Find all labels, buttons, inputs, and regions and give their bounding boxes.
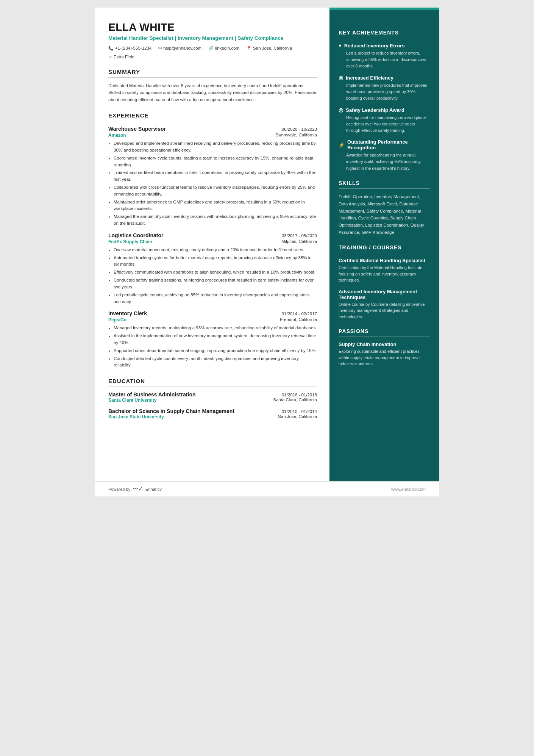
achievements-section: KEY ACHIEVEMENTS ♥ Reduced Inventory Err… bbox=[339, 30, 430, 172]
footer-website: www.enhancv.com bbox=[391, 487, 426, 491]
job-header-2: Logistics Coordinator 03/2017 - 05/2020 bbox=[108, 232, 317, 238]
job-location-2: Milpitas, California bbox=[281, 239, 317, 244]
achievement-icon-4: ⚡ bbox=[339, 142, 345, 148]
edu-header-2: Bachelor of Science in Supply Chain Mana… bbox=[108, 408, 317, 414]
achievement-title-2: Increased Efficiency bbox=[346, 75, 393, 81]
location-value: San Jose, California bbox=[253, 46, 292, 50]
link-icon: 🔗 bbox=[208, 46, 214, 51]
job-location-1: Sunnyvale, California bbox=[276, 133, 317, 138]
job-company-row-3: PepsiCo Fremont, California bbox=[108, 317, 317, 322]
education-divider bbox=[108, 387, 317, 387]
edu-school-1: Santa Clara University bbox=[108, 398, 156, 403]
edu-school-2: San Jose State University bbox=[108, 414, 164, 419]
achievement-heading-1: ♥ Reduced Inventory Errors bbox=[339, 43, 430, 49]
bullet-1-6: Managed the annual physical inventory pr… bbox=[114, 213, 317, 227]
achievement-1: ♥ Reduced Inventory Errors Led a project… bbox=[339, 43, 430, 69]
linkedin-contact: 🔗 linkedin.com bbox=[208, 46, 239, 51]
achievement-text-3: Recognized for maintaining zero workplac… bbox=[339, 114, 430, 134]
header: ELLA WHITE Material Handler Specialist |… bbox=[108, 21, 317, 59]
job-warehouse-supervisor: Warehouse Supervisor 06/2020 - 10/2023 A… bbox=[108, 126, 317, 227]
job-location-3: Fremont, California bbox=[280, 317, 317, 322]
achievement-3: ◎ Safety Leadership Award Recognized for… bbox=[339, 107, 430, 134]
location-icon: 📍 bbox=[246, 46, 251, 51]
job-title-3: Inventory Clerk bbox=[108, 310, 147, 316]
training-text-1: Certification by the Material Handling I… bbox=[339, 265, 430, 283]
footer: Powered by 〜✓ Enhancv www.enhancv.com bbox=[95, 481, 439, 496]
achievement-icon-3: ◎ bbox=[339, 107, 343, 113]
job-bullets-1: Developed and implemented streamlined re… bbox=[108, 140, 317, 227]
location-contact: 📍 San Jose, California bbox=[246, 46, 292, 51]
passions-section: PASSIONS Supply Chain Innovation Explori… bbox=[339, 328, 430, 367]
skills-divider bbox=[339, 188, 430, 189]
training-item-1: Certified Material Handling Specialist C… bbox=[339, 258, 430, 283]
star-icon: ☆ bbox=[108, 55, 112, 59]
email-contact: ✉ help@enhancv.com bbox=[158, 46, 201, 51]
job-header-1: Warehouse Supervisor 06/2020 - 10/2023 bbox=[108, 126, 317, 132]
powered-by-label: Powered by bbox=[108, 487, 130, 491]
job-date-2: 03/2017 - 05/2020 bbox=[282, 233, 317, 238]
resume-page: ELLA WHITE Material Handler Specialist |… bbox=[95, 8, 439, 496]
passions-divider bbox=[339, 337, 430, 337]
passion-title-1: Supply Chain Innovation bbox=[339, 341, 430, 347]
phone-contact: 📞 +1-(234)-555-1234 bbox=[108, 46, 151, 51]
skills-section: SKILLS Forklift Operation, Inventory Man… bbox=[339, 180, 430, 236]
achievement-2: ◎ Increased Efficiency Implemented new p… bbox=[339, 75, 430, 102]
summary-section: SUMMARY Dedicated Material Handler with … bbox=[108, 69, 317, 103]
bullet-2-1: Oversaw material movement, ensuring time… bbox=[114, 247, 317, 254]
achievements-heading: KEY ACHIEVEMENTS bbox=[339, 30, 430, 36]
training-title-2: Advanced Inventory Management Techniques bbox=[339, 289, 430, 300]
training-section: TRAINING / COURSES Certified Material Ha… bbox=[339, 244, 430, 320]
job-bullets-3: Managed inventory records, maintaining a… bbox=[108, 325, 317, 369]
edu-item-1: Master of Business Administration 01/201… bbox=[108, 391, 317, 403]
achievement-icon-2: ◎ bbox=[339, 75, 343, 81]
training-text-2: Online course by Coursera detailing inno… bbox=[339, 301, 430, 320]
education-section: EDUCATION Master of Business Administrat… bbox=[108, 378, 317, 444]
passion-item-1: Supply Chain Innovation Exploring sustai… bbox=[339, 341, 430, 367]
achievements-divider bbox=[339, 38, 430, 38]
job-date-3: 01/2014 - 02/2017 bbox=[282, 311, 317, 316]
experience-section: EXPERIENCE Warehouse Supervisor 06/2020 … bbox=[108, 112, 317, 369]
achievement-title-1: Reduced Inventory Errors bbox=[344, 43, 405, 49]
bullet-1-5: Maintained strict adherence to GMP guide… bbox=[114, 199, 317, 213]
bullet-1-4: Collaborated with cross-functional teams… bbox=[114, 184, 317, 198]
edu-date-2: 01/2010 - 01/2014 bbox=[282, 409, 317, 414]
bullet-1-3: Trained and certified team members in fo… bbox=[114, 169, 317, 183]
passions-heading: PASSIONS bbox=[339, 328, 430, 334]
education-heading: EDUCATION bbox=[108, 378, 317, 384]
job-company-row-1: Amazon Sunnyvale, California bbox=[108, 133, 317, 138]
bullet-3-1: Managed inventory records, maintaining a… bbox=[114, 325, 317, 332]
email-value: help@enhancv.com bbox=[163, 46, 201, 50]
bullet-2-3: Effectively communicated with operations… bbox=[114, 269, 317, 276]
email-icon: ✉ bbox=[158, 46, 162, 51]
bullet-1-1: Developed and implemented streamlined re… bbox=[114, 140, 317, 154]
edu-school-row-1: Santa Clara University Santa Clara, Cali… bbox=[108, 398, 317, 403]
left-column: ELLA WHITE Material Handler Specialist |… bbox=[95, 8, 329, 496]
achievement-heading-2: ◎ Increased Efficiency bbox=[339, 75, 430, 81]
phone-value: +1-(234)-555-1234 bbox=[115, 46, 151, 50]
edu-loc-2: San Jose, California bbox=[278, 414, 317, 419]
job-company-2: FedEx Supply Chain bbox=[108, 239, 152, 244]
bullet-3-4: Conducted detailed cycle counts every mo… bbox=[114, 355, 317, 369]
job-title-1: Warehouse Supervisor bbox=[108, 126, 166, 132]
achievement-title-4: Outstanding Performance Recognition bbox=[347, 139, 430, 150]
job-inventory-clerk: Inventory Clerk 01/2014 - 02/2017 PepsiC… bbox=[108, 310, 317, 369]
achievement-icon-1: ♥ bbox=[339, 43, 342, 49]
achievement-heading-4: ⚡ Outstanding Performance Recognition bbox=[339, 139, 430, 150]
footer-brand: Powered by 〜✓ Enhancv bbox=[108, 485, 162, 493]
linkedin-value: linkedin.com bbox=[215, 46, 239, 50]
edu-item-2: Bachelor of Science in Supply Chain Mana… bbox=[108, 408, 317, 419]
edu-date-1: 01/2016 - 01/2018 bbox=[282, 393, 317, 397]
bullet-2-4: Conducted safety training sessions, rein… bbox=[114, 277, 317, 291]
summary-divider bbox=[108, 77, 317, 78]
extra-contact: ☆ Extra Field bbox=[108, 55, 134, 59]
top-accent bbox=[329, 8, 439, 10]
phone-icon: 📞 bbox=[108, 46, 114, 51]
achievement-text-4: Awarded for spearheading the annual inve… bbox=[339, 152, 430, 171]
achievement-text-1: Led a project to reduce inventory errors… bbox=[339, 50, 430, 69]
candidate-name: ELLA WHITE bbox=[108, 21, 317, 33]
training-divider bbox=[339, 253, 430, 253]
summary-heading: SUMMARY bbox=[108, 69, 317, 75]
achievement-heading-3: ◎ Safety Leadership Award bbox=[339, 107, 430, 113]
job-date-1: 06/2020 - 10/2023 bbox=[282, 127, 317, 131]
training-title-1: Certified Material Handling Specialist bbox=[339, 258, 430, 263]
